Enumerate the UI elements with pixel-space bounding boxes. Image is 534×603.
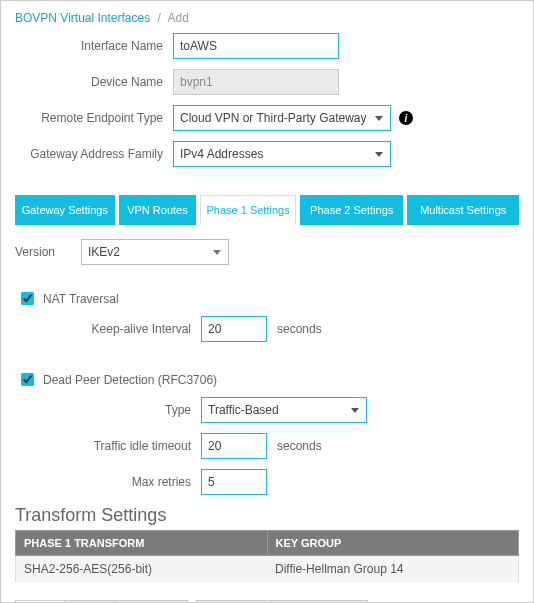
input-device-name <box>173 69 339 95</box>
unit-seconds-1: seconds <box>277 322 322 336</box>
label-idle: Traffic idle timeout <box>15 439 201 453</box>
cell-keygroup: Diffie-Hellman Group 14 <box>267 556 519 583</box>
row-interface-name: Interface Name <box>15 33 519 59</box>
info-icon[interactable]: i <box>399 111 413 125</box>
unit-seconds-2: seconds <box>277 439 322 453</box>
label-nat-traversal: NAT Traversal <box>43 292 119 306</box>
breadcrumb: BOVPN Virtual Interfaces / Add <box>15 11 519 25</box>
row-device-name: Device Name <box>15 69 519 95</box>
col-key-group: KEY GROUP <box>267 531 519 556</box>
row-idle-timeout: Traffic idle timeout seconds <box>15 433 519 459</box>
row-dpd: Dead Peer Detection (RFC3706) <box>17 370 519 389</box>
input-idle[interactable] <box>201 433 267 459</box>
tab-gateway-settings[interactable]: Gateway Settings <box>15 195 115 225</box>
select-version[interactable]: IKEv2 <box>81 239 229 265</box>
breadcrumb-link[interactable]: BOVPN Virtual Interfaces <box>15 11 150 25</box>
input-interface-name[interactable] <box>173 33 339 59</box>
checkbox-nat-traversal[interactable] <box>21 292 34 305</box>
cell-transform: SHA2-256-AES(256-bit) <box>16 556 268 583</box>
tab-vpn-routes[interactable]: VPN Routes <box>119 195 197 225</box>
breadcrumb-sep: / <box>158 11 161 25</box>
label-type: Type <box>15 403 201 417</box>
label-keepalive: Keep-alive Interval <box>15 322 201 336</box>
tab-phase2-settings[interactable]: Phase 2 Settings <box>300 195 404 225</box>
row-nat-traversal: NAT Traversal <box>17 289 519 308</box>
row-type: Type Traffic-Based <box>15 397 519 423</box>
label-device-name: Device Name <box>15 75 173 89</box>
select-remote-endpoint[interactable]: Cloud VPN or Third-Party Gateway <box>173 105 391 131</box>
label-gateway-family: Gateway Address Family <box>15 147 173 161</box>
row-keepalive: Keep-alive Interval seconds <box>15 316 519 342</box>
label-remote-endpoint: Remote Endpoint Type <box>15 111 173 125</box>
tab-phase1-settings[interactable]: Phase 1 Settings <box>200 195 296 225</box>
input-keepalive[interactable] <box>201 316 267 342</box>
label-retries: Max retries <box>15 475 201 489</box>
page-root: BOVPN Virtual Interfaces / Add Interface… <box>0 0 534 603</box>
checkbox-dpd[interactable] <box>21 373 34 386</box>
select-gateway-family[interactable]: IPv4 Addresses <box>173 141 391 167</box>
row-version: Version IKEv2 <box>15 239 519 265</box>
col-phase1-transform: PHASE 1 TRANSFORM <box>16 531 268 556</box>
heading-transform-settings: Transform Settings <box>15 505 519 526</box>
tab-multicast-settings[interactable]: Multicast Settings <box>407 195 519 225</box>
row-gateway-family: Gateway Address Family IPv4 Addresses <box>15 141 519 167</box>
breadcrumb-current: Add <box>168 11 189 25</box>
label-version: Version <box>15 245 71 259</box>
row-remote-endpoint: Remote Endpoint Type Cloud VPN or Third-… <box>15 105 519 131</box>
select-type[interactable]: Traffic-Based <box>201 397 367 423</box>
row-max-retries: Max retries <box>15 469 519 495</box>
tabs: Gateway Settings VPN Routes Phase 1 Sett… <box>15 195 519 225</box>
label-interface-name: Interface Name <box>15 39 173 53</box>
input-retries[interactable] <box>201 469 267 495</box>
label-dpd: Dead Peer Detection (RFC3706) <box>43 373 217 387</box>
table-row[interactable]: SHA2-256-AES(256-bit) Diffie-Hellman Gro… <box>16 556 519 583</box>
table-transform: PHASE 1 TRANSFORM KEY GROUP SHA2-256-AES… <box>15 530 519 582</box>
